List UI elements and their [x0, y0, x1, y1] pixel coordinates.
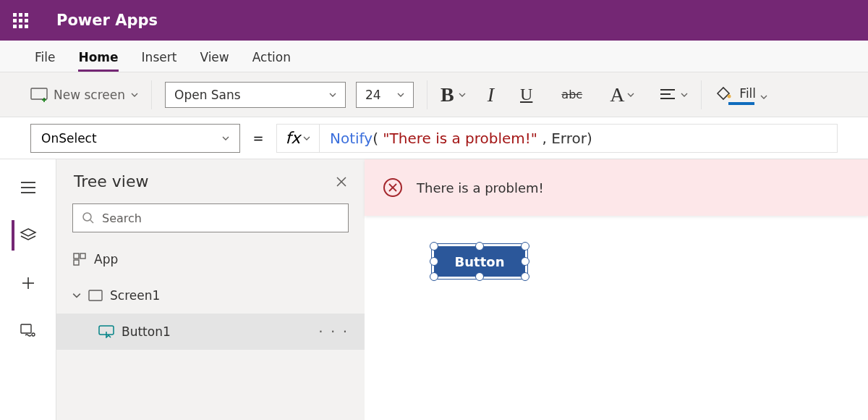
align-icon	[659, 88, 676, 102]
paint-bucket-icon	[715, 85, 732, 101]
align-button[interactable]	[659, 88, 688, 102]
menu-bar: File Home Insert View Action	[0, 41, 868, 72]
button-text: Button	[455, 254, 505, 269]
tree-header: Tree view	[56, 159, 365, 203]
resize-handle[interactable]	[430, 257, 438, 266]
svg-rect-0	[31, 88, 47, 99]
chevron-down-icon	[681, 91, 688, 98]
strikethrough-icon: abc	[561, 88, 582, 101]
new-screen-button[interactable]: New screen	[30, 88, 138, 102]
resize-handle[interactable]	[430, 272, 438, 281]
tree-panel: Tree view Search App	[56, 159, 365, 420]
chevron-down-icon	[459, 91, 466, 98]
resize-handle[interactable]	[521, 272, 529, 281]
svg-line-15	[90, 220, 93, 223]
svg-rect-17	[80, 253, 85, 259]
chevron-down-icon	[329, 91, 336, 98]
tree-item-screen1[interactable]: Screen1	[56, 277, 365, 314]
font-select[interactable]: Open Sans	[165, 82, 346, 108]
underline-button[interactable]: U	[520, 85, 532, 104]
tree-close-button[interactable]	[336, 176, 347, 188]
chevron-down-icon	[131, 91, 138, 98]
separator	[151, 80, 152, 109]
fill-button[interactable]: Fill	[715, 85, 767, 105]
notification-banner: There is a problem!	[365, 159, 868, 216]
resize-handle[interactable]	[475, 242, 484, 251]
tree-item-app[interactable]: App	[56, 241, 365, 277]
font-name: Open Sans	[174, 88, 241, 102]
fx-icon: fx	[286, 129, 301, 147]
formula-fn: Notify	[330, 130, 373, 147]
formula-bar: OnSelect = fx Notify( "There is a proble…	[0, 117, 868, 159]
tree-view-nav[interactable]	[12, 220, 42, 251]
fill-label: Fill	[739, 86, 756, 101]
canvas-button-control[interactable]: Button	[434, 246, 525, 277]
plus-icon	[21, 276, 35, 290]
chevron-down-icon	[760, 93, 767, 101]
notification-message: There is a problem!	[417, 180, 544, 196]
font-color-icon: A	[610, 83, 624, 106]
formula-rest: , Error)	[537, 130, 592, 147]
strikethrough-button[interactable]: abc	[561, 88, 582, 101]
menu-view[interactable]: View	[200, 43, 229, 72]
font-color-button[interactable]: A	[610, 83, 634, 106]
app-title: Power Apps	[56, 12, 158, 29]
chevron-down-icon	[222, 135, 229, 142]
italic-button[interactable]: I	[488, 83, 494, 106]
bold-icon: B	[441, 83, 454, 106]
insert-nav[interactable]	[13, 268, 43, 298]
menu-file[interactable]: File	[35, 43, 55, 72]
tree-title: Tree view	[74, 172, 149, 190]
hamburger-button[interactable]	[13, 172, 43, 203]
screen-plus-icon	[30, 88, 48, 102]
button-control-icon	[98, 325, 114, 338]
menu-action[interactable]: Action	[252, 43, 291, 72]
equals-sign: =	[240, 130, 276, 146]
separator	[701, 80, 702, 109]
formula-string: "There is a problem!"	[383, 130, 537, 147]
svg-rect-16	[74, 253, 79, 259]
property-select[interactable]: OnSelect	[30, 124, 240, 153]
svg-point-4	[728, 94, 731, 98]
menu-home[interactable]: Home	[78, 43, 118, 72]
bold-button[interactable]: B	[441, 83, 466, 106]
chevron-down-icon	[303, 135, 310, 142]
fx-button[interactable]: fx	[276, 124, 320, 153]
tree-item-label: App	[94, 252, 118, 266]
chevron-down-icon	[72, 291, 81, 300]
tree-item-label: Button1	[122, 324, 171, 339]
app-launcher-button[interactable]	[0, 0, 41, 41]
resize-handle[interactable]	[430, 242, 438, 251]
resize-handle[interactable]	[521, 257, 529, 266]
svg-rect-19	[89, 290, 102, 301]
resize-handle[interactable]	[475, 272, 484, 281]
menu-insert[interactable]: Insert	[142, 43, 177, 72]
resize-handle[interactable]	[521, 242, 529, 251]
font-size: 24	[365, 88, 381, 102]
canvas[interactable]: There is a problem! Button	[365, 159, 868, 420]
italic-icon: I	[488, 83, 494, 106]
property-name: OnSelect	[41, 131, 97, 146]
separator	[427, 80, 427, 109]
svg-point-14	[83, 213, 91, 221]
tree-search-input[interactable]: Search	[72, 203, 349, 232]
formula-input[interactable]: Notify( "There is a problem!" , Error)	[320, 124, 838, 153]
hamburger-icon	[20, 181, 36, 194]
fill-swatch	[728, 102, 754, 105]
tree-item-more-button[interactable]: · · ·	[318, 323, 349, 340]
chevron-down-icon	[397, 91, 404, 98]
waffle-icon	[13, 13, 28, 28]
close-icon	[336, 176, 347, 188]
search-placeholder: Search	[102, 211, 142, 225]
tree-item-label: Screen1	[110, 288, 160, 303]
search-icon	[82, 211, 95, 224]
app-icon	[72, 252, 87, 266]
tree-item-button1[interactable]: Button1 · · ·	[56, 314, 365, 350]
workspace: Tree view Search App	[0, 159, 868, 420]
font-size-select[interactable]: 24	[356, 82, 414, 108]
svg-rect-10	[21, 324, 31, 333]
titlebar: Power Apps	[0, 0, 868, 41]
media-nav[interactable]	[13, 316, 43, 346]
formula-open: (	[373, 130, 383, 147]
svg-rect-18	[74, 260, 79, 265]
